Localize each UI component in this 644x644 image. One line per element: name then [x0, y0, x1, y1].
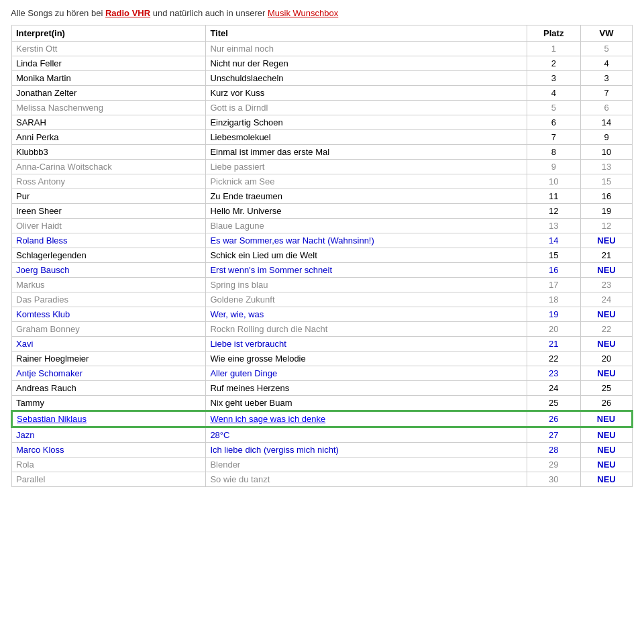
- cell-vw: NEU: [580, 411, 632, 427]
- table-row: ParallelSo wie du tanzt30NEU: [12, 472, 633, 487]
- cell-platz: 7: [527, 130, 580, 145]
- cell-vw: 9: [580, 130, 632, 145]
- cell-titel: Blender: [206, 458, 527, 472]
- cell-titel: Hello Mr. Universe: [206, 204, 527, 219]
- table-row: Jazn28°C27NEU: [12, 427, 633, 443]
- cell-interpret: Rola: [12, 458, 206, 472]
- header-titel: Titel: [206, 25, 527, 42]
- cell-interpret: Melissa Naschenweng: [12, 101, 206, 115]
- cell-platz: 18: [527, 292, 580, 307]
- cell-vw: 10: [580, 145, 632, 160]
- cell-titel[interactable]: Ich liebe dich (vergiss mich nicht): [206, 443, 527, 458]
- table-row: Klubbb3Einmal ist immer das erste Mal810: [12, 145, 633, 160]
- cell-platz: 30: [527, 472, 580, 487]
- table-row: Ross AntonyPicknick am See1015: [12, 174, 633, 189]
- cell-platz: 27: [527, 427, 580, 443]
- cell-titel: Picknick am See: [206, 174, 527, 189]
- cell-titel: Liebe passiert: [206, 160, 527, 174]
- table-header-row: Interpret(in) Titel Platz VW: [12, 25, 633, 42]
- cell-platz: 10: [527, 174, 580, 189]
- table-row: PurZu Ende traeumen1116: [12, 189, 633, 204]
- cell-platz: 5: [527, 101, 580, 115]
- cell-platz: 14: [527, 233, 580, 248]
- table-row: Oliver HaidtBlaue Lagune1312: [12, 219, 633, 233]
- table-row: Marco KlossIch liebe dich (vergiss mich …: [12, 443, 633, 458]
- cell-titel[interactable]: Wenn ich sage was ich denke: [206, 411, 527, 427]
- header-interpret: Interpret(in): [12, 25, 206, 42]
- cell-titel[interactable]: 28°C: [206, 427, 527, 443]
- cell-platz: 19: [527, 307, 580, 322]
- cell-vw: 19: [580, 204, 632, 219]
- intro-text-middle: und natürlich auch in unserer: [150, 8, 268, 18]
- table-row: Andreas RauchRuf meines Herzens2425: [12, 381, 633, 396]
- cell-platz: 17: [527, 278, 580, 292]
- radio-vhr-link[interactable]: Radio VHR: [105, 8, 150, 18]
- cell-vw: NEU: [580, 307, 632, 322]
- cell-vw: 25: [580, 381, 632, 396]
- cell-titel: Nicht nur der Regen: [206, 56, 527, 71]
- cell-interpret: Monika Martin: [12, 71, 206, 86]
- cell-titel: Wie eine grosse Melodie: [206, 352, 527, 366]
- cell-platz: 4: [527, 86, 580, 101]
- cell-vw: 7: [580, 86, 632, 101]
- cell-interpret: Das Paradies: [12, 292, 206, 307]
- cell-vw: 23: [580, 278, 632, 292]
- cell-vw: NEU: [580, 233, 632, 248]
- table-row: Das ParadiesGoldene Zukunft1824: [12, 292, 633, 307]
- cell-titel: Einmal ist immer das erste Mal: [206, 145, 527, 160]
- cell-interpret[interactable]: Marco Kloss: [12, 443, 206, 458]
- cell-interpret[interactable]: Komtess Klub: [12, 307, 206, 322]
- cell-titel[interactable]: Aller guten Dinge: [206, 366, 527, 381]
- cell-interpret[interactable]: Joerg Bausch: [12, 263, 206, 278]
- table-row: Roland BlessEs war Sommer,es war Nacht (…: [12, 233, 633, 248]
- cell-interpret[interactable]: Roland Bless: [12, 233, 206, 248]
- table-row: Graham BonneyRockn Rolling durch die Nac…: [12, 322, 633, 337]
- cell-titel[interactable]: Wer, wie, was: [206, 307, 527, 322]
- cell-platz: 23: [527, 366, 580, 381]
- cell-vw: 4: [580, 56, 632, 71]
- table-row: Jonathan ZelterKurz vor Kuss47: [12, 86, 633, 101]
- cell-interpret: Tammy: [12, 396, 206, 411]
- cell-platz: 21: [527, 337, 580, 352]
- cell-titel[interactable]: Liebe ist verbraucht: [206, 337, 527, 352]
- table-row: SARAHEinzigartig Schoen614: [12, 115, 633, 130]
- cell-vw: 3: [580, 71, 632, 86]
- table-row: Melissa NaschenwengGott is a Dirndl56: [12, 101, 633, 115]
- cell-titel: Einzigartig Schoen: [206, 115, 527, 130]
- cell-platz: 9: [527, 160, 580, 174]
- cell-titel: So wie du tanzt: [206, 472, 527, 487]
- cell-titel: Unschuldslaecheln: [206, 71, 527, 86]
- cell-titel[interactable]: Es war Sommer,es war Nacht (Wahnsinn!): [206, 233, 527, 248]
- cell-vw: NEU: [580, 337, 632, 352]
- cell-vw: 14: [580, 115, 632, 130]
- table-row: Sebastian NiklausWenn ich sage was ich d…: [12, 411, 633, 427]
- cell-interpret[interactable]: Jazn: [12, 427, 206, 443]
- cell-titel: Goldene Zukunft: [206, 292, 527, 307]
- table-row: RolaBlender29NEU: [12, 458, 633, 472]
- wunschbox-link[interactable]: Musik Wunschbox: [268, 8, 338, 18]
- cell-titel: Nix geht ueber Buam: [206, 396, 527, 411]
- cell-interpret: Anni Perka: [12, 130, 206, 145]
- cell-vw: 26: [580, 396, 632, 411]
- cell-vw: NEU: [580, 427, 632, 443]
- table-row: Komtess KlubWer, wie, was19NEU: [12, 307, 633, 322]
- table-row: Anni PerkaLiebesmolekuel79: [12, 130, 633, 145]
- cell-vw: 6: [580, 101, 632, 115]
- cell-interpret: Schlagerlegenden: [12, 248, 206, 263]
- cell-interpret[interactable]: Xavi: [12, 337, 206, 352]
- cell-interpret: Ireen Sheer: [12, 204, 206, 219]
- cell-platz: 15: [527, 248, 580, 263]
- cell-platz: 8: [527, 145, 580, 160]
- intro-text-before: Alle Songs zu hören bei: [11, 8, 105, 18]
- cell-platz: 3: [527, 71, 580, 86]
- cell-vw: 5: [580, 42, 632, 56]
- cell-interpret: Kerstin Ott: [12, 42, 206, 56]
- cell-vw: NEU: [580, 263, 632, 278]
- cell-interpret[interactable]: Sebastian Niklaus: [12, 411, 206, 427]
- cell-interpret[interactable]: Antje Schomaker: [12, 366, 206, 381]
- cell-vw: 20: [580, 352, 632, 366]
- cell-platz: 28: [527, 443, 580, 458]
- cell-titel: Spring ins blau: [206, 278, 527, 292]
- cell-titel[interactable]: Erst wenn's im Sommer schneit: [206, 263, 527, 278]
- cell-titel: Nur einmal noch: [206, 42, 527, 56]
